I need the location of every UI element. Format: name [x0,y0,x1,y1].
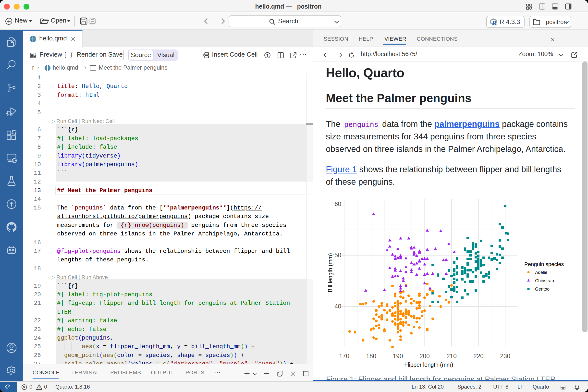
svg-text:180: 180 [366,352,376,360]
svg-text:40: 40 [334,303,341,310]
svg-text:R: R [492,20,496,26]
svg-text:170: 170 [339,352,349,360]
svg-text:200: 200 [420,352,430,360]
svg-text:220: 220 [473,352,484,360]
svg-text:Gentoo: Gentoo [535,287,550,292]
svg-text:50: 50 [334,252,341,258]
svg-text:230: 230 [500,352,510,360]
svg-text:Penguin species: Penguin species [524,261,564,267]
svg-text:Bill length (mm): Bill length (mm) [327,253,334,292]
svg-text:190: 190 [393,352,403,360]
svg-text:210: 210 [446,352,457,360]
svg-text:Chinstrap: Chinstrap [535,278,554,283]
svg-text:Adelie: Adelie [535,270,547,275]
svg-text:60: 60 [334,200,341,207]
svg-text:Flipper length (mm): Flipper length (mm) [404,362,453,368]
